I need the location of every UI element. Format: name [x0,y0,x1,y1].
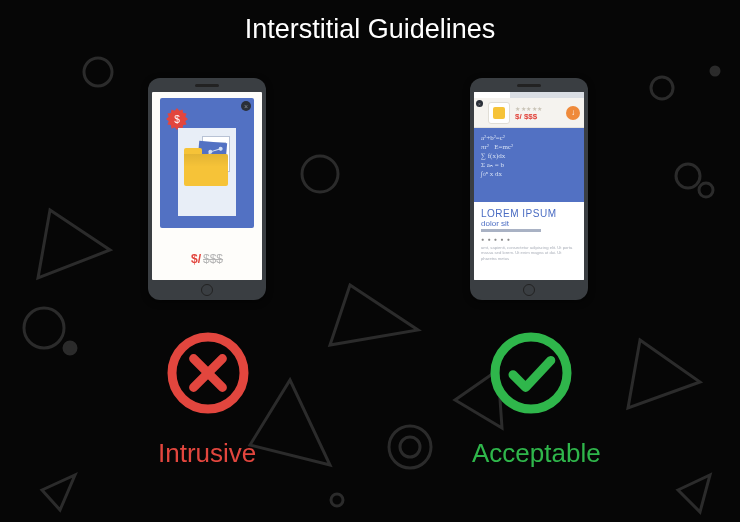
close-icon[interactable]: × [241,101,251,111]
article-subhead: dolor sit [481,219,577,228]
svg-marker-15 [628,340,700,408]
sale-badge-icon: $ [166,108,188,130]
svg-point-3 [699,183,713,197]
app-icon [488,102,510,124]
original-price: $$$ [203,252,223,266]
svg-point-8 [389,426,431,468]
banner-price: $/ $$$ [515,112,543,121]
svg-point-5 [711,67,719,75]
phone-speaker [517,84,541,87]
svg-marker-16 [42,475,75,510]
svg-point-6 [24,308,64,348]
background-decorations [0,0,740,522]
intrusive-phone: × $ $/$$$ [148,78,266,300]
interstitial-card: × $ [160,98,254,228]
close-icon[interactable]: × [476,100,483,107]
home-button-icon [201,284,213,296]
folder-icon [184,154,228,186]
article-headline: LOREM IPSUM [481,208,577,219]
good-indicator-icon [486,328,576,418]
acceptable-label: Acceptable [472,438,601,469]
acceptable-screen: × ★★★★★ $/ $$$ ↓ a²+b²=c² πr² E=mc² ∑ f(… [474,92,584,280]
svg-point-9 [400,437,420,457]
svg-point-10 [331,494,343,506]
svg-point-0 [84,58,112,86]
interstitial-illustration [178,128,236,216]
svg-marker-17 [678,475,710,512]
acceptable-phone: × ★★★★★ $/ $$$ ↓ a²+b²=c² πr² E=mc² ∑ f(… [470,78,588,300]
svg-marker-13 [250,380,330,465]
chalkboard-hero: a²+b²=c² πr² E=mc² ∑ f(x)dx Σ aₙ = b ∫₀ⁿ… [474,128,584,202]
share-icons-row: ● ● ● ● ● [481,236,577,242]
svg-point-2 [651,77,673,99]
svg-text:$: $ [174,114,180,125]
download-icon[interactable]: ↓ [566,106,580,120]
svg-point-26 [495,337,567,409]
home-button-icon [523,284,535,296]
intrusive-label: Intrusive [158,438,256,469]
bad-indicator-icon [163,328,253,418]
svg-point-1 [302,156,338,192]
svg-marker-12 [330,285,418,345]
article-body: amt, sapienti, consectetur adipiscing el… [481,245,577,261]
svg-point-7 [64,342,76,354]
banner-meta: ★★★★★ $/ $$$ [515,105,543,121]
article-byline-bar [481,229,541,232]
svg-point-4 [676,164,700,188]
intrusive-screen: × $ $/$$$ [152,92,262,280]
sale-price: $/ [191,252,201,266]
rating-stars: ★★★★★ [515,105,543,112]
app-install-banner: × ★★★★★ $/ $$$ ↓ [474,98,584,128]
shapes-svg [0,0,740,522]
phone-speaker [195,84,219,87]
svg-marker-11 [38,210,110,278]
price-row: $/$$$ [152,252,262,266]
page-title: Interstitial Guidelines [0,14,740,45]
article-content: LOREM IPSUM dolor sit ● ● ● ● ● amt, sap… [474,202,584,280]
